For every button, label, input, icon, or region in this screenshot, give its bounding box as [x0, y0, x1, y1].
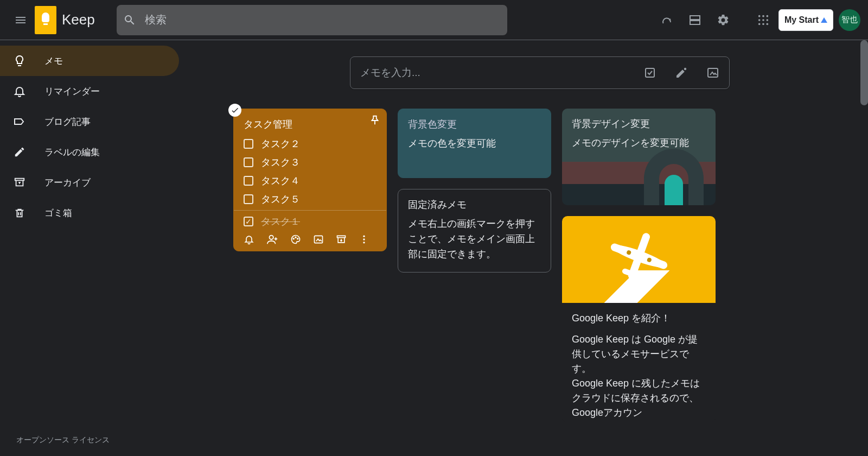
keep-logo-icon: [35, 6, 56, 34]
svg-point-18: [297, 238, 298, 239]
sidebar: メモ リマインダー ブログ記事 ラベルの編集 アーカイブ ゴミ箱 オープンソース…: [0, 40, 179, 456]
lightbulb-icon: [13, 54, 26, 67]
new-image-icon[interactable]: [706, 66, 719, 79]
take-note-placeholder: メモを入力...: [360, 66, 643, 80]
app-title: Keep: [62, 11, 95, 28]
view-toggle-icon[interactable]: [682, 7, 708, 33]
refresh-sync-icon[interactable]: [654, 7, 680, 33]
sidebar-item-label: ブログ記事: [44, 116, 91, 128]
card-title: タスク管理: [244, 118, 376, 131]
sidebar-item-edit-labels[interactable]: ラベルの編集: [0, 137, 179, 167]
task-item[interactable]: タスク３: [244, 156, 376, 169]
task-label: タスク３: [261, 156, 300, 169]
image-icon[interactable]: [313, 234, 324, 245]
note-card-pinned-info[interactable]: 固定済みメモ メモ右上の画鋲マークを押すことで、メモをメイン画面上部に固定できま…: [398, 189, 551, 273]
svg-point-23: [363, 242, 365, 243]
bell-icon: [13, 85, 26, 98]
task-label: タスク２: [261, 137, 300, 150]
svg-point-17: [295, 237, 296, 238]
airplane-image: [562, 216, 716, 303]
note-card-tasks[interactable]: タスク管理 タスク２ タスク３ タスク４ タスク５ タスク１: [233, 109, 387, 251]
svg-point-2: [758, 15, 761, 17]
take-note-bar[interactable]: メモを入力...: [350, 56, 730, 89]
card-title: 背景デザイン変更: [572, 117, 706, 130]
sidebar-item-label: ゴミ箱: [44, 207, 72, 219]
note-card-bgcolor[interactable]: 背景色変更 メモの色を変更可能: [398, 109, 551, 178]
svg-point-3: [762, 15, 764, 17]
task-label: タスク５: [261, 193, 300, 206]
open-source-link[interactable]: オープンソース ライセンス: [16, 435, 110, 445]
svg-point-13: [684, 68, 686, 70]
svg-point-7: [766, 19, 768, 21]
card-body-p2: Google Keep に残したメモはクラウドに保存されるので、Googleアカ…: [572, 376, 706, 420]
settings-icon[interactable]: [710, 7, 736, 33]
search-bar[interactable]: [117, 5, 507, 35]
checkbox-icon[interactable]: [244, 139, 253, 149]
sidebar-item-label: メモ: [44, 55, 63, 67]
archive-icon: [13, 176, 26, 188]
mystart-button[interactable]: My Start: [778, 9, 833, 31]
task-label: タスク４: [261, 174, 300, 187]
task-item[interactable]: タスク２: [244, 137, 376, 150]
task-item[interactable]: タスク５: [244, 193, 376, 206]
card-title: 背景色変更: [408, 118, 541, 131]
app-header: Keep My Start 智也: [0, 0, 868, 40]
svg-point-15: [270, 236, 273, 239]
card-title: 固定済みメモ: [408, 198, 541, 211]
main-menu-button[interactable]: [8, 7, 34, 33]
task-label: タスク１: [261, 215, 300, 228]
svg-rect-1: [690, 21, 700, 24]
divider: [234, 210, 386, 211]
search-input[interactable]: [145, 14, 501, 26]
trash-icon: [13, 207, 26, 219]
pencil-icon: [13, 146, 26, 158]
more-icon[interactable]: [359, 234, 369, 245]
svg-rect-11: [15, 179, 24, 181]
account-avatar[interactable]: 智也: [839, 9, 860, 31]
mystart-play-icon: [821, 17, 827, 23]
note-card-intro[interactable]: Google Keep を紹介！ Google Keep は Google が提…: [562, 216, 716, 422]
sidebar-item-label: リマインダー: [44, 85, 100, 98]
card-title: Google Keep を紹介！: [572, 312, 706, 325]
task-item[interactable]: タスク４: [244, 174, 376, 187]
search-icon: [123, 14, 136, 27]
new-list-icon[interactable]: [643, 66, 656, 79]
mystart-label: My Start: [784, 15, 819, 25]
note-card-bgdesign[interactable]: 背景デザイン変更 メモのデザインを変更可能: [562, 109, 716, 205]
sidebar-item-label: ラベルの編集: [44, 146, 100, 159]
card-body-p1: Google Keep は Google が提供しているメモサービスです。: [572, 332, 706, 376]
checkbox-icon[interactable]: [244, 194, 253, 204]
new-drawing-icon[interactable]: [675, 66, 688, 79]
svg-rect-0: [690, 16, 700, 20]
svg-point-21: [363, 236, 365, 237]
pin-icon[interactable]: [369, 115, 381, 126]
checkbox-icon[interactable]: [244, 157, 253, 167]
sidebar-item-archive[interactable]: アーカイブ: [0, 167, 179, 198]
checkbox-checked-icon[interactable]: [244, 217, 253, 226]
card-body: メモのデザインを変更可能: [572, 136, 706, 151]
sidebar-item-reminders[interactable]: リマインダー: [0, 76, 179, 106]
sidebar-item-label: アーカイブ: [44, 176, 91, 189]
sidebar-item-label-blog[interactable]: ブログ記事: [0, 106, 179, 137]
svg-point-5: [758, 19, 761, 21]
svg-point-9: [762, 23, 764, 25]
task-item-done[interactable]: タスク１: [244, 215, 376, 228]
card-body: メモ右上の画鋲マークを押すことで、メモをメイン画面上部に固定できます。: [408, 217, 541, 262]
archive-icon[interactable]: [336, 234, 347, 245]
sidebar-item-trash[interactable]: ゴミ箱: [0, 198, 179, 228]
remind-icon[interactable]: [244, 234, 254, 245]
svg-rect-12: [646, 68, 654, 77]
svg-rect-20: [337, 236, 346, 237]
label-icon: [13, 115, 26, 128]
google-apps-icon[interactable]: [750, 7, 776, 33]
svg-point-22: [363, 238, 365, 240]
scrollbar[interactable]: [860, 40, 868, 105]
app-logo-block[interactable]: Keep: [35, 6, 95, 34]
palette-icon[interactable]: [290, 234, 301, 245]
svg-point-16: [293, 238, 294, 239]
checkbox-icon[interactable]: [244, 176, 253, 186]
collaborator-icon[interactable]: [266, 233, 278, 245]
task-list: タスク２ タスク３ タスク４ タスク５: [244, 137, 376, 206]
select-note-check-icon[interactable]: [228, 104, 241, 117]
sidebar-item-notes[interactable]: メモ: [0, 46, 179, 76]
